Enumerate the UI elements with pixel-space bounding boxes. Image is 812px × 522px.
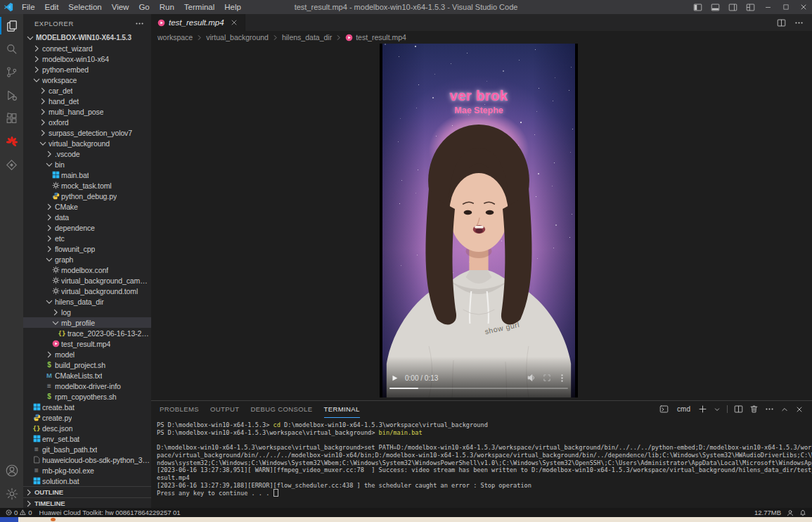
tab-test-result-mp4[interactable]: test_result.mp4: [151, 14, 245, 31]
tree-item-graph[interactable]: graph: [23, 254, 151, 265]
activity-account-icon[interactable]: [0, 459, 23, 482]
split-editor-icon[interactable]: [777, 18, 786, 27]
menu-selection[interactable]: Selection: [63, 3, 106, 11]
menu-run[interactable]: Run: [155, 3, 179, 11]
huawei-toolkit-status[interactable]: Huawei Cloud Toolkit: hw 008617864229257…: [39, 509, 181, 516]
tree-item-surpass-detection-yolov7[interactable]: surpass_detection_yolov7: [23, 127, 151, 138]
tree-item-mock-task-toml[interactable]: mock_task.toml: [23, 180, 151, 191]
activity-extensions-icon[interactable]: [0, 107, 23, 130]
tree-item-modelbox-driver-info[interactable]: ≡modelbox-driver-info: [23, 381, 151, 391]
menu-terminal[interactable]: Terminal: [179, 3, 219, 11]
new-terminal-icon[interactable]: [698, 405, 707, 414]
panel-tab-output[interactable]: OUTPUT: [210, 401, 239, 417]
maximize-button[interactable]: [777, 0, 794, 14]
tree-item-test-result-mp4[interactable]: test_result.mp4: [23, 338, 151, 349]
tree-item-flowunit-cpp[interactable]: flowunit_cpp: [23, 243, 151, 254]
breadcrumb-item-hilens-data-dir[interactable]: hilens_data_dir: [282, 33, 332, 42]
editor-more-actions-icon[interactable]: [794, 18, 804, 27]
tree-item-desc-json[interactable]: {}desc.json: [23, 423, 151, 433]
tree-root-folder[interactable]: MODELBOX-WIN10-X64-1.5.3: [23, 32, 151, 43]
memory-usage[interactable]: 12.77MB: [754, 509, 781, 516]
play-button[interactable]: [391, 374, 399, 382]
toggle-secondary-sidebar-icon[interactable]: [724, 0, 742, 14]
activity-explorer-icon[interactable]: [0, 14, 23, 37]
volume-button[interactable]: [527, 373, 536, 383]
tree-item-oxford[interactable]: oxford: [23, 117, 151, 127]
tree-item-log[interactable]: log: [23, 307, 151, 317]
tree-item-dependence[interactable]: dependence: [23, 222, 151, 233]
tree-item-build-project-sh[interactable]: $build_project.sh: [23, 359, 151, 370]
video-progress-bar[interactable]: [389, 388, 568, 390]
maximize-panel-icon[interactable]: [780, 405, 789, 414]
tree-item-car-det[interactable]: car_det: [23, 85, 151, 96]
tree-item-rpm-copyothers-sh[interactable]: $rpm_copyothers.sh: [23, 391, 151, 402]
split-terminal-icon[interactable]: [734, 405, 743, 414]
close-window-button[interactable]: [794, 0, 812, 14]
activity-search-icon[interactable]: [0, 37, 23, 61]
feedback-icon[interactable]: [787, 509, 794, 516]
tree-item-solution-bat[interactable]: solution.bat: [23, 476, 151, 486]
tree-item-huaweicloud-obs-sdk-python-3-22-2-[interactable]: huaweicloud-obs-sdk-python_3.22.2...: [23, 454, 151, 465]
section-outline[interactable]: OUTLINE: [23, 486, 151, 497]
toggle-sidebar-icon[interactable]: [689, 0, 707, 14]
terminal[interactable]: PS D:\modelbox-win10-x64-1.5.3> cd D:\mo…: [151, 417, 812, 508]
menu-help[interactable]: Help: [219, 3, 246, 11]
tree-item--vscode[interactable]: .vscode: [23, 148, 151, 159]
tree-item-trace-2023-06-16-13-27-39-json[interactable]: {}trace_2023-06-16-13-27-39.json: [23, 328, 151, 338]
notifications-bell-icon[interactable]: [799, 509, 806, 516]
menu-go[interactable]: Go: [134, 3, 154, 11]
tree-item-virtual-background-camera-toml[interactable]: virtual_background_camera.toml: [23, 275, 151, 286]
tree-item-hand-det[interactable]: hand_det: [23, 96, 151, 106]
toggle-panel-icon[interactable]: [707, 0, 724, 14]
activity-run-debug-icon[interactable]: [0, 84, 23, 107]
fullscreen-button[interactable]: [543, 374, 551, 382]
menu-file[interactable]: File: [17, 3, 40, 11]
minimize-button[interactable]: [759, 0, 777, 14]
close-panel-icon[interactable]: [795, 405, 804, 414]
tab-close-icon[interactable]: [230, 18, 238, 27]
tree-item-multi-hand-pose[interactable]: multi_hand_pose: [23, 106, 151, 117]
tree-item-cmake[interactable]: CMake: [23, 201, 151, 212]
breadcrumb-item-workspace[interactable]: workspace: [157, 33, 193, 42]
panel-tab-problems[interactable]: PROBLEMS: [160, 401, 199, 417]
tree-item-git-bash-path-txt[interactable]: ≡git_bash_path.txt: [23, 444, 151, 454]
tree-item-modelbox-conf[interactable]: modelbox.conf: [23, 265, 151, 275]
tree-item-create-bat[interactable]: create.bat: [23, 402, 151, 412]
video-more-options-button[interactable]: [558, 374, 567, 383]
tree-item-hilens-data-dir[interactable]: hilens_data_dir: [23, 296, 151, 307]
activity-settings-icon[interactable]: [0, 482, 23, 505]
tree-item-data[interactable]: data: [23, 212, 151, 222]
tree-item-modelbox-win10-x64[interactable]: modelbox-win10-x64: [23, 53, 151, 64]
terminal-dropdown-icon[interactable]: [714, 406, 721, 413]
explorer-more-actions-button[interactable]: [135, 19, 144, 28]
kill-terminal-icon[interactable]: [749, 405, 759, 414]
tree-item-mb-pkg-tool-exe[interactable]: ≡mb-pkg-tool.exe: [23, 465, 151, 476]
tree-item-connect-wizard[interactable]: connect_wizard: [23, 43, 151, 53]
tree-item-create-py[interactable]: create.py: [23, 412, 151, 423]
tree-item-model[interactable]: model: [23, 349, 151, 359]
activity-huawei-toolkit-icon[interactable]: [0, 130, 23, 153]
panel-tab-debug-console[interactable]: DEBUG CONSOLE: [250, 401, 312, 417]
tree-item-workspace[interactable]: workspace: [23, 75, 151, 85]
activity-source-control-icon[interactable]: [0, 61, 23, 84]
tree-item-bin[interactable]: bin: [23, 159, 151, 170]
panel-more-actions-icon[interactable]: [765, 405, 774, 414]
tree-item-python-debug-py[interactable]: python_debug.py: [23, 191, 151, 201]
panel-tab-terminal[interactable]: TERMINAL: [324, 401, 360, 418]
breadcrumb-item-test-result-mp4[interactable]: test_result.mp4: [345, 33, 406, 42]
tree-item-virtual-background-toml[interactable]: virtual_background.toml: [23, 286, 151, 296]
customize-layout-icon[interactable]: [742, 0, 759, 14]
tree-item-virtual-background[interactable]: virtual_background: [23, 138, 151, 148]
menu-edit[interactable]: Edit: [40, 3, 64, 11]
tree-item-env-set-bat[interactable]: env_set.bat: [23, 433, 151, 444]
tree-item-cmakelists-txt[interactable]: MCMakeLists.txt: [23, 370, 151, 381]
menu-view[interactable]: View: [107, 3, 134, 11]
tree-item-mb-profile[interactable]: mb_profile: [23, 317, 151, 328]
tree-item-main-bat[interactable]: main.bat: [23, 170, 151, 180]
problems-status[interactable]: 0 0: [6, 509, 32, 516]
tree-item-python-embed[interactable]: python-embed: [23, 64, 151, 75]
activity-huawei-suite-icon[interactable]: [0, 153, 23, 177]
section-timeline[interactable]: TIMELINE: [23, 497, 151, 508]
breadcrumb-item-virtual-background[interactable]: virtual_background: [206, 33, 269, 42]
tree-item-etc[interactable]: etc: [23, 233, 151, 243]
